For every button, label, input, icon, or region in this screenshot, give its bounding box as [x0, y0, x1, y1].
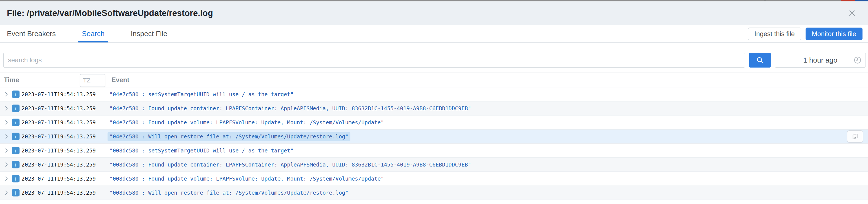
browser-edge-red-segment: [841, 0, 855, 1]
tab-bar: Event Breakers Search Inspect File Inges…: [0, 25, 868, 43]
row-time: 2023-07-11T19:54:13.259: [22, 133, 96, 140]
tabs: Event Breakers Search Inspect File: [7, 25, 167, 43]
expand-chevron-icon[interactable]: [3, 91, 9, 97]
copy-icon: [851, 133, 859, 140]
row-time: 2023-07-11T19:54:13.259: [22, 148, 96, 154]
log-rows: i 2023-07-11T19:54:13.259 "04e7c580 : se…: [0, 87, 868, 200]
browser-edge-blue-segment: [855, 0, 868, 1]
search-icon: [756, 56, 764, 64]
time-range-value: 1 hour ago: [803, 56, 837, 65]
tab-event-breakers[interactable]: Event Breakers: [7, 25, 56, 43]
row-time: 2023-07-11T19:54:13.259: [22, 161, 96, 168]
modal-header: File: /private/var/MobileSoftwareUpdate/…: [0, 1, 868, 25]
row-time: 2023-07-11T19:54:13.259: [22, 176, 96, 182]
copy-button[interactable]: [847, 130, 863, 143]
info-icon: i: [12, 175, 20, 182]
search-button[interactable]: [749, 53, 771, 68]
row-event-text: "008dc580 : Found update container: LPAP…: [110, 161, 471, 168]
table-row[interactable]: i 2023-07-11T19:54:13.259 "008dc580 : se…: [0, 144, 868, 158]
info-icon: i: [12, 133, 20, 140]
info-icon: i: [12, 105, 20, 112]
row-event-text: "04e7c580 : Found update volume: LPAPFSV…: [110, 119, 384, 126]
close-icon: [848, 9, 856, 17]
expand-chevron-icon[interactable]: [3, 190, 9, 196]
row-event-text: "008dc580 : setSystemTargetUUID will use…: [110, 148, 293, 154]
tab-inspect-file[interactable]: Inspect File: [131, 25, 167, 43]
info-icon: i: [12, 189, 20, 197]
row-time: 2023-07-11T19:54:13.259: [22, 190, 96, 196]
expand-chevron-icon[interactable]: [3, 133, 9, 139]
table-row[interactable]: i 2023-07-11T19:54:13.259 "04e7c580 : Fo…: [0, 101, 868, 116]
monitor-file-button[interactable]: Monitor this file: [806, 28, 863, 40]
info-icon: i: [12, 147, 20, 154]
close-button[interactable]: [846, 7, 858, 19]
table-row[interactable]: i 2023-07-11T19:54:13.259 "008dc580 : Fo…: [0, 158, 868, 172]
table-row[interactable]: i 2023-07-11T19:54:13.259 "008dc580 : Wi…: [0, 186, 868, 200]
expand-chevron-icon[interactable]: [3, 119, 9, 125]
row-event-text: "008dc580 : Found update volume: LPAPFSV…: [110, 176, 384, 182]
browser-edge-strip: [0, 0, 868, 1]
expand-chevron-icon[interactable]: [3, 176, 9, 182]
info-icon: i: [12, 91, 20, 98]
ingest-file-button[interactable]: Ingest this file: [748, 28, 801, 40]
page-title: File: /private/var/MobileSoftwareUpdate/…: [7, 8, 213, 18]
info-icon: i: [12, 119, 20, 126]
info-icon: i: [12, 161, 20, 169]
timezone-input[interactable]: [80, 74, 105, 87]
table-row[interactable]: i 2023-07-11T19:54:13.259 "008dc580 : Fo…: [0, 172, 868, 186]
tab-search[interactable]: Search: [82, 25, 104, 43]
row-event-text: "04e7c580 : Found update container: LPAP…: [110, 105, 471, 112]
table-row[interactable]: i 2023-07-11T19:54:13.259 "04e7c580 : se…: [0, 87, 868, 101]
row-time: 2023-07-11T19:54:13.259: [22, 119, 96, 126]
table-header: Time Event: [0, 73, 868, 87]
event-column-header: Event: [112, 76, 129, 84]
search-row: 1 hour ago: [0, 53, 868, 68]
time-range-selector[interactable]: 1 hour ago: [775, 53, 866, 68]
row-event-text: "04e7c580 : Will open restore file at: /…: [107, 132, 350, 141]
row-event-text: "04e7c580 : setSystemTargetUUID will use…: [110, 91, 293, 98]
row-time: 2023-07-11T19:54:13.259: [22, 91, 96, 98]
browser-edge-tick: [765, 0, 766, 1]
clock-icon: [854, 56, 862, 64]
expand-chevron-icon[interactable]: [3, 105, 9, 111]
header-actions: Ingest this file Monitor this file: [748, 25, 863, 43]
row-event-text: "008dc580 : Will open restore file at: /…: [110, 190, 348, 196]
expand-chevron-icon[interactable]: [3, 148, 9, 154]
expand-chevron-icon[interactable]: [3, 161, 9, 168]
table-row[interactable]: i 2023-07-11T19:54:13.259 "04e7c580 : Wi…: [0, 130, 868, 144]
row-time: 2023-07-11T19:54:13.259: [22, 105, 96, 112]
time-column-header: Time: [4, 76, 19, 84]
table-row[interactable]: i 2023-07-11T19:54:13.259 "04e7c580 : Fo…: [0, 116, 868, 130]
search-input[interactable]: [3, 53, 745, 68]
